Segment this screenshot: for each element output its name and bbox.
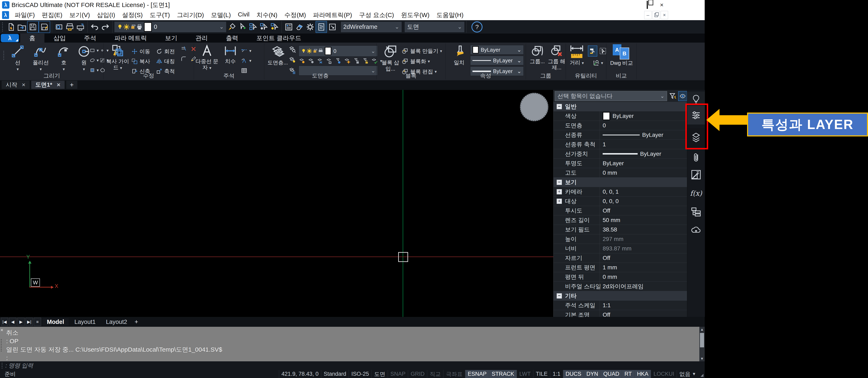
menu-item[interactable]: 치수(N) bbox=[253, 11, 281, 19]
workspace-combo[interactable]: 도면⌄ bbox=[404, 21, 465, 32]
layout-tab[interactable]: Model bbox=[42, 318, 69, 326]
block-tool-button[interactable]: 블록화▾ bbox=[402, 56, 442, 66]
save-button[interactable] bbox=[27, 21, 39, 33]
command-history-panel[interactable]: × 취소: OP열린 도면 자동 저장 중... C:\Users\FDSI\A… bbox=[0, 327, 705, 361]
close-command-panel-icon[interactable]: × bbox=[0, 327, 3, 333]
viewcube-circle[interactable] bbox=[520, 93, 548, 121]
attachment-icon[interactable] bbox=[687, 149, 705, 166]
copy-guided-button[interactable]: 복사 가이드 ▾ bbox=[106, 44, 129, 71]
ribbon-tab[interactable]: 삽입 bbox=[44, 33, 75, 42]
property-row[interactable]: 도면층 0 bbox=[554, 121, 687, 130]
dwg-compare-button[interactable]: A B Dwg 비교 bbox=[609, 44, 634, 66]
ellipse-icon[interactable]: ▾ bbox=[90, 56, 99, 65]
menu-item[interactable]: 삽입(I) bbox=[93, 11, 119, 19]
insert-block-button[interactable]: 블록 삽입... bbox=[379, 44, 402, 72]
layer-lock-icon[interactable] bbox=[353, 57, 360, 64]
layer-isolate-icon[interactable] bbox=[289, 56, 296, 67]
property-row[interactable]: 보기 bbox=[554, 178, 687, 187]
expand-collapse-box[interactable] bbox=[554, 293, 565, 298]
status-toggle[interactable]: 1:1 bbox=[550, 370, 563, 378]
layer-sun-icon[interactable] bbox=[344, 57, 351, 64]
property-row[interactable]: 색상 ByLayer bbox=[554, 111, 687, 121]
open-file-button[interactable] bbox=[17, 21, 27, 32]
plot-button[interactable] bbox=[75, 21, 86, 32]
ribbon-logo-button[interactable]: λ bbox=[1, 34, 19, 42]
expand-collapse-box[interactable] bbox=[554, 180, 565, 185]
ribbon-grip[interactable] bbox=[3, 51, 5, 60]
fields-fx-icon[interactable]: f(x) bbox=[687, 185, 705, 201]
close-tab-icon[interactable]: × bbox=[22, 81, 26, 88]
property-value[interactable]: 0, 0, 1 bbox=[603, 188, 619, 195]
property-row[interactable]: 자르기 Off bbox=[554, 253, 687, 263]
property-value[interactable]: ByLayer bbox=[603, 160, 624, 167]
arc-button[interactable]: 호▾ bbox=[52, 44, 75, 72]
status-toggle[interactable]: ESNAP bbox=[465, 370, 489, 378]
menu-item[interactable]: Civil bbox=[234, 11, 253, 19]
property-value[interactable]: 893.87 mm bbox=[603, 245, 631, 252]
menu-item[interactable]: 파라메트릭(P) bbox=[310, 11, 355, 19]
command-scrollbar[interactable]: ▲ ▼ bbox=[699, 327, 705, 361]
property-row[interactable]: 기타 bbox=[554, 291, 687, 301]
ungroup-button[interactable]: 그룹 해제... bbox=[547, 44, 566, 70]
status-toggle[interactable]: GRID bbox=[408, 370, 427, 378]
block-tool-button[interactable]: 블록 만들기▾ bbox=[402, 46, 442, 56]
id-point-button[interactable]: ▾ bbox=[588, 57, 608, 68]
structure-icon[interactable] bbox=[687, 204, 705, 220]
last-layout-button[interactable]: ▶| bbox=[26, 318, 33, 326]
expand-collapse-box[interactable] bbox=[554, 104, 565, 109]
group-button[interactable]: 그룹... bbox=[528, 44, 547, 64]
status-toggle[interactable]: DYN bbox=[584, 370, 600, 378]
layout-list-button[interactable]: ≡ bbox=[34, 318, 41, 326]
property-row[interactable]: 투시도 Off bbox=[554, 206, 687, 215]
property-value[interactable]: ByLayer bbox=[640, 151, 661, 157]
resize-grip-icon[interactable] bbox=[699, 370, 705, 378]
expand-collapse-box[interactable] bbox=[554, 199, 565, 204]
status-toggle[interactable]: TILE bbox=[533, 370, 550, 378]
property-value[interactable]: 297 mm bbox=[603, 236, 623, 242]
select-lamp-button[interactable] bbox=[269, 21, 280, 32]
trim-icon[interactable] bbox=[181, 46, 187, 55]
property-value[interactable]: 0 bbox=[603, 122, 606, 129]
property-value[interactable]: 0 mm bbox=[603, 170, 617, 176]
new-file-button[interactable] bbox=[6, 21, 17, 32]
select-similar-button[interactable] bbox=[248, 21, 258, 32]
fillet-icon[interactable] bbox=[181, 56, 187, 65]
scroll-up-icon[interactable]: ▲ bbox=[699, 327, 705, 332]
dim-style-icon[interactable]: ▾ bbox=[241, 46, 254, 56]
property-value[interactable]: 1 mm bbox=[603, 264, 617, 271]
menu-item[interactable]: 구성 요소(C) bbox=[355, 11, 398, 19]
status-toggle[interactable]: 직교 bbox=[427, 370, 443, 378]
add-layout-button[interactable]: + bbox=[132, 318, 141, 325]
status-toggle[interactable]: 극좌표 bbox=[443, 370, 465, 378]
status-toggle[interactable]: ISO-25 bbox=[349, 370, 371, 378]
menu-item[interactable]: 파일(F) bbox=[11, 11, 38, 19]
mirror-button[interactable]: 대칭 bbox=[156, 57, 180, 66]
linetype-combo[interactable]: ByLayer⌄ bbox=[470, 56, 524, 65]
property-row[interactable]: 프런트 평면 1 mm bbox=[554, 263, 687, 272]
panels-toggle-button[interactable] bbox=[315, 21, 327, 33]
property-value[interactable]: Off bbox=[603, 207, 610, 214]
first-layout-button[interactable]: |◀ bbox=[1, 318, 8, 326]
polyline-button[interactable]: 폴리선▾ bbox=[29, 44, 52, 72]
layer-search-icon[interactable] bbox=[289, 46, 296, 56]
command-input-bar[interactable]: : 명령 입력 bbox=[0, 361, 705, 370]
property-value[interactable]: 50 mm bbox=[603, 217, 620, 224]
property-row[interactable]: 보기 필드 38.58 bbox=[554, 225, 687, 234]
layer-check-icon[interactable] bbox=[371, 57, 378, 64]
menu-item[interactable]: 윈도우(W) bbox=[398, 11, 433, 19]
scroll-down-icon[interactable]: ▼ bbox=[699, 356, 705, 361]
layer-on-icon[interactable] bbox=[308, 57, 315, 64]
annotation-scale-selector[interactable]: 없음 ▼ bbox=[677, 370, 699, 378]
rotate-button[interactable]: 회전 bbox=[156, 47, 180, 56]
layer-color-dot-icon[interactable] bbox=[335, 57, 342, 64]
line-button[interactable]: 선▾ bbox=[6, 44, 29, 72]
ribbon-tab[interactable]: 보기 bbox=[156, 33, 186, 42]
status-toggle[interactable]: STRACK bbox=[489, 370, 517, 378]
layer-unlock-icon[interactable] bbox=[362, 57, 369, 64]
property-value[interactable]: 1 bbox=[603, 141, 606, 148]
select-highlight-button[interactable] bbox=[258, 21, 269, 32]
ribbon-layer-combo[interactable]: 0 ⌄ bbox=[299, 46, 378, 57]
mdi-restore-button[interactable] bbox=[652, 11, 660, 19]
menu-item[interactable]: 도움말(H) bbox=[433, 11, 467, 19]
undo-button[interactable] bbox=[89, 21, 100, 32]
